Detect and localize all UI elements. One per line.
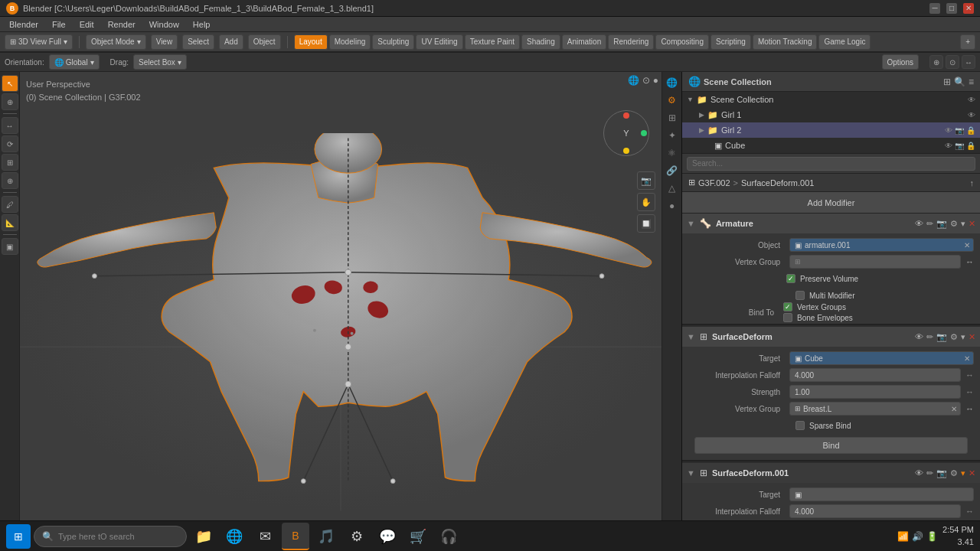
taskbar-app-blender[interactable]: B (282, 523, 309, 550)
sd001-settings-icon[interactable]: ⚙ (950, 468, 958, 478)
bind-btn[interactable]: Bind (694, 437, 968, 454)
menu-render[interactable]: Render (102, 18, 142, 31)
sd001-target-value[interactable]: ▣ (789, 487, 974, 501)
tab-uv-editing[interactable]: UV Editing (416, 34, 462, 50)
breadcrumb-modifier[interactable]: SurfaceDeform.001 (741, 178, 814, 187)
add-modifier-btn[interactable]: Add Modifier (682, 192, 980, 214)
physics-icon[interactable]: ⚛ (665, 145, 680, 161)
sd-vgroup-value[interactable]: ⊞ Breast.L ✕ (789, 402, 961, 416)
taskbar-app-explorer[interactable]: 📁 (190, 523, 217, 550)
object-btn[interactable]: Object (248, 34, 281, 50)
transform-tool-btn[interactable]: ⊕ (2, 172, 18, 189)
sd001-falloff-value[interactable]: 4.000 (789, 504, 961, 518)
taskbar-app-music[interactable]: 🎵 (312, 523, 340, 550)
search-panel-icon[interactable]: 🔍 (954, 77, 965, 87)
girl2-render[interactable]: 📷 (955, 126, 964, 135)
annotate-tool-btn[interactable]: 🖊 (2, 196, 18, 213)
material-icon[interactable]: ● (665, 198, 680, 214)
sd-settings-icon[interactable]: ⚙ (950, 332, 958, 342)
taskbar-app-settings[interactable]: ⚙ (343, 523, 371, 550)
tab-motion-tracking[interactable]: Motion Tracking (753, 34, 818, 50)
constraint-icon[interactable]: 🔗 (665, 163, 680, 178)
3d-viewport[interactable]: User Perspective (0) Scene Collection | … (20, 72, 662, 520)
snap-btn[interactable]: ⊕ (929, 55, 943, 69)
maximize-button[interactable]: □ (946, 3, 957, 14)
menu-help[interactable]: Help (187, 18, 217, 31)
cursor-tool-btn[interactable]: ⊕ (2, 93, 18, 110)
select-box-dropdown[interactable]: Select Box ▾ (133, 54, 187, 70)
object-clear-icon[interactable]: ✕ (964, 241, 970, 249)
move-tool-btn[interactable]: ↔ (2, 117, 18, 134)
sd-target-value[interactable]: ▣ Cube ✕ (789, 351, 974, 365)
girl2-lock[interactable]: 🔒 (966, 126, 975, 135)
battery-icon[interactable]: 🔋 (926, 531, 938, 542)
sd-edit-icon[interactable]: ✏ (926, 332, 933, 342)
sd001-edit-icon[interactable]: ✏ (926, 468, 933, 478)
sd001-falloff-arrow[interactable]: ↔ (965, 507, 974, 516)
sd-down-icon[interactable]: ▾ (961, 332, 965, 342)
cube-render[interactable]: 📷 (955, 142, 964, 150)
tree-eye-icon[interactable]: 👁 (968, 96, 975, 104)
close-button[interactable]: ✕ (963, 3, 974, 14)
network-icon[interactable]: 📶 (897, 531, 909, 542)
vgroup-arrow-icon[interactable]: ↔ (965, 257, 974, 266)
sd-strength-arrow[interactable]: ↔ (965, 387, 974, 396)
taskbar-app-mail[interactable]: ✉ (251, 523, 279, 550)
tree-scene-collection[interactable]: ▼ 📁 Scene Collection 👁 (682, 92, 980, 107)
surface-deform-header[interactable]: ▼ ⊞ SurfaceDeform 👁 ✏ 📷 ⚙ ▾ (682, 327, 980, 347)
sd-vgroup-clear[interactable]: ✕ (951, 405, 957, 413)
tab-layout[interactable]: Layout (294, 34, 328, 50)
props-search-input[interactable] (687, 157, 975, 171)
tab-rendering[interactable]: Rendering (608, 34, 654, 50)
sd001-down-icon[interactable]: ▾ (961, 468, 965, 478)
sd-sparse-bind-check[interactable] (795, 421, 805, 430)
taskbar-app-store[interactable]: 🛒 (404, 523, 432, 550)
tab-scripting[interactable]: Scripting (710, 34, 751, 50)
viewport-icon-1[interactable]: 🌐 (628, 75, 639, 86)
cube-eye[interactable]: 👁 (945, 142, 952, 150)
breadcrumb-obj[interactable]: G3F.002 (698, 178, 730, 187)
cube-lock[interactable]: 🔒 (966, 142, 975, 150)
taskbar-app-spotify[interactable]: 🎧 (435, 523, 462, 550)
object-props-icon[interactable]: ⚙ (665, 93, 680, 108)
orientation-dropdown[interactable]: 🌐 Global ▾ (49, 54, 100, 70)
sd001-close-btn[interactable]: ✕ (969, 468, 975, 478)
camera-icon[interactable]: 📷 (637, 171, 655, 190)
proportional-btn[interactable]: ⊙ (946, 55, 959, 69)
tab-animation[interactable]: Animation (562, 34, 606, 50)
girl1-eye[interactable]: 👁 (968, 111, 975, 119)
multi-modifier-check[interactable] (795, 291, 805, 300)
tab-sculpting[interactable]: Sculpting (372, 34, 414, 50)
vgroup-value[interactable]: ⊞ (789, 255, 961, 269)
viewport-icon-3[interactable]: ● (653, 75, 658, 86)
armature-down-icon[interactable]: ▾ (961, 219, 965, 229)
viewport-gizmo[interactable]: Y (603, 110, 649, 156)
particle-icon[interactable]: ✦ (665, 128, 680, 143)
tree-girl1[interactable]: ▶ 📁 Girl 1 👁 (682, 107, 980, 122)
tree-girl2[interactable]: ▶ 📁 Girl 2 👁 📷 🔒 (682, 122, 980, 138)
armature-vis-icon[interactable]: 👁 (915, 219, 923, 228)
rotate-tool-btn[interactable]: ⟳ (2, 135, 18, 152)
select-tool-btn[interactable]: ↖ (2, 75, 18, 92)
menu-file[interactable]: File (46, 18, 72, 31)
volume-icon[interactable]: 🔊 (912, 531, 923, 542)
tab-compositing[interactable]: Compositing (655, 34, 709, 50)
hand-icon[interactable]: ✋ (637, 193, 655, 211)
object-value[interactable]: ▣ armature.001 ✕ (789, 238, 974, 252)
minimize-button[interactable]: ─ (929, 3, 940, 14)
scale-tool-btn[interactable]: ⊞ (2, 154, 18, 171)
sd-close-btn[interactable]: ✕ (969, 332, 975, 342)
menu-window[interactable]: Window (143, 18, 185, 31)
tab-game-logic[interactable]: Game Logic (818, 34, 871, 50)
start-button[interactable]: ⊞ (6, 524, 31, 549)
transform-btn[interactable]: ↔ (962, 55, 975, 69)
add-primitive-btn[interactable]: ▣ (2, 238, 18, 255)
sd-strength-value[interactable]: 1.00 (789, 385, 961, 399)
sd-vgroup-swap[interactable]: ↔ (965, 404, 974, 413)
sd-target-clear[interactable]: ✕ (964, 354, 970, 363)
taskbar-app-chrome[interactable]: 🌐 (220, 523, 248, 550)
girl2-eye[interactable]: 👁 (945, 126, 952, 135)
armature-render-icon[interactable]: 📷 (936, 219, 947, 229)
armature-header[interactable]: ▼ 🦴 Armature 👁 ✏ 📷 ⚙ ▾ (682, 214, 980, 233)
taskbar-time[interactable]: 2:54 PM 3.41 (942, 524, 974, 548)
